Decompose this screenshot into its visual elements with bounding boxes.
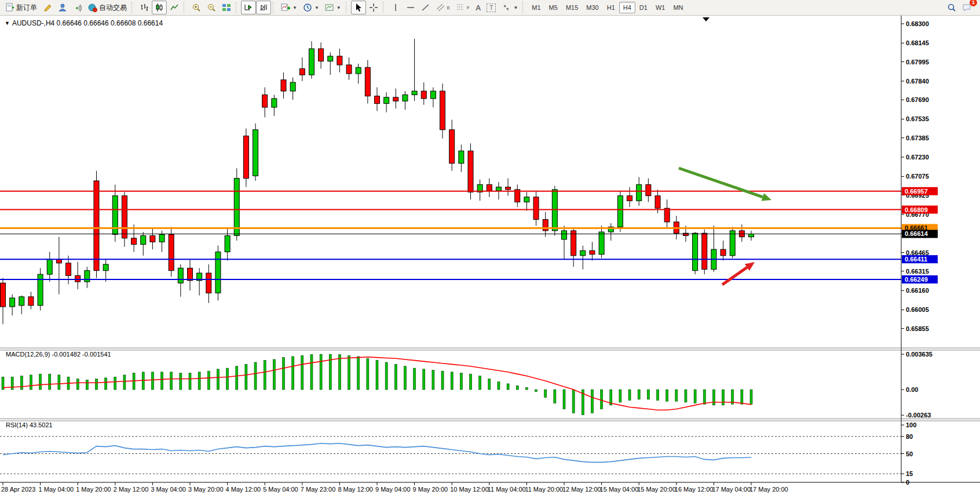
tf-m5-button[interactable]: M5 <box>545 2 562 13</box>
macd-indicator-label: MACD(12,26,9) -0.001482 -0.001541 <box>6 351 111 358</box>
text-tool-button[interactable]: A <box>473 1 484 14</box>
fibonacci-tool-button[interactable]: F <box>453 1 473 14</box>
text-tool-icon: A <box>476 3 481 12</box>
market-watch-button[interactable] <box>55 1 70 14</box>
tf-w1-button[interactable]: W1 <box>652 2 670 13</box>
tf-m30-button[interactable]: M30 <box>582 2 602 13</box>
templates-button[interactable]: ▼ <box>322 1 344 14</box>
toolbar-separator <box>184 2 187 13</box>
search-button[interactable] <box>944 1 959 14</box>
toolbar-separator <box>346 2 349 13</box>
price-scale[interactable] <box>901 16 980 482</box>
toolbar-separator <box>236 2 239 13</box>
dropdown-arrow-icon: ▼ <box>292 5 297 10</box>
chart-window: 0.683000.681450.679950.678400.676900.675… <box>0 16 980 498</box>
symbol-dropdown-icon[interactable]: ▼ <box>5 20 10 26</box>
fibonacci-icon <box>456 3 465 12</box>
toolbar-separator <box>273 2 276 13</box>
tf-mn-button[interactable]: MN <box>669 2 687 13</box>
autotrading-button[interactable]: 自动交易 <box>85 1 130 14</box>
trendline-icon <box>421 3 430 12</box>
tf-h1-button[interactable]: H1 <box>603 2 619 13</box>
chart-shift-icon <box>259 3 268 12</box>
chart-shift-marker[interactable] <box>703 17 710 21</box>
candlestick-icon <box>155 3 164 12</box>
chart-shift-button[interactable] <box>256 1 271 14</box>
trading-app-window: 新订单 自动交易 <box>0 0 980 498</box>
cursor-icon <box>354 3 363 12</box>
line-chart-button[interactable] <box>167 1 182 14</box>
text-label-icon: T <box>487 3 496 12</box>
toolbar-separator <box>522 2 526 13</box>
channel-tool-button[interactable]: E <box>433 1 453 14</box>
dropdown-arrow-icon: ▼ <box>513 5 518 10</box>
new-order-label: 新订单 <box>16 3 37 13</box>
line-chart-icon <box>170 3 179 12</box>
person-icon <box>58 3 67 12</box>
zoom-out-icon <box>207 3 216 12</box>
vertical-line-icon <box>391 3 400 12</box>
autotrading-icon <box>88 3 97 12</box>
bar-chart-icon <box>140 3 149 12</box>
new-order-icon <box>5 3 14 12</box>
tile-windows-icon <box>222 3 231 12</box>
trendline-tool-button[interactable] <box>418 1 433 14</box>
tf-h4-button[interactable]: H4 <box>619 2 635 13</box>
chart-canvas[interactable]: 0.683000.681450.679950.678400.676900.675… <box>0 16 980 498</box>
dropdown-arrow-icon: ▼ <box>315 5 319 10</box>
indicators-button[interactable]: ▼ <box>278 1 300 14</box>
toolbar-separator <box>131 2 135 13</box>
rsi-indicator-label: RSI(14) 43.5021 <box>6 421 53 428</box>
clock-icon <box>303 3 312 12</box>
bar-chart-button[interactable] <box>137 1 152 14</box>
tile-windows-button[interactable] <box>219 1 234 14</box>
fibo-letter: F <box>467 5 470 10</box>
template-icon <box>325 3 334 12</box>
toolbar-separator <box>383 2 386 13</box>
auto-scroll-button[interactable] <box>241 1 256 14</box>
arrows-tool-button[interactable]: ▼ <box>499 1 521 14</box>
new-order-button[interactable]: 新订单 <box>2 1 40 14</box>
indicators-icon <box>281 3 290 12</box>
zoom-out-button[interactable] <box>204 1 219 14</box>
pencil-button[interactable] <box>40 1 55 14</box>
search-icon <box>947 3 956 12</box>
dropdown-arrow-icon: ▼ <box>337 5 341 10</box>
horizontal-line-tool-button[interactable] <box>403 1 418 14</box>
pencil-icon <box>43 3 52 12</box>
chart-symbol-title: ▼AUDUSD-,H4 0.66646 0.66646 0.66608 0.66… <box>5 19 163 27</box>
vertical-line-tool-button[interactable] <box>388 1 403 14</box>
zoom-in-button[interactable] <box>189 1 204 14</box>
tf-d1-button[interactable]: D1 <box>635 2 652 13</box>
text-label-tool-button[interactable]: T <box>484 1 499 14</box>
toolbar: 新订单 自动交易 <box>0 0 980 16</box>
equidistant-channel-icon <box>436 3 445 12</box>
chat-button[interactable]: 1 <box>959 1 974 14</box>
arrows-tool-icon <box>502 3 511 12</box>
candlestick-button[interactable] <box>152 1 167 14</box>
tf-m15-button[interactable]: M15 <box>562 2 582 13</box>
channel-letter: E <box>447 5 450 10</box>
horizontal-line-icon <box>406 3 415 12</box>
auto-scroll-icon <box>244 3 253 12</box>
time-scale[interactable] <box>0 483 901 498</box>
cursor-tool-button[interactable] <box>351 1 366 14</box>
chat-badge: 1 <box>970 0 977 6</box>
crosshair-icon <box>369 3 378 12</box>
autotrading-label: 自动交易 <box>99 3 127 13</box>
zoom-in-icon <box>192 3 201 12</box>
tf-m1-button[interactable]: M1 <box>528 2 544 13</box>
signal-button[interactable] <box>70 1 85 14</box>
periods-button[interactable]: ▼ <box>300 1 322 14</box>
signal-icon <box>73 3 82 12</box>
crosshair-tool-button[interactable] <box>366 1 381 14</box>
